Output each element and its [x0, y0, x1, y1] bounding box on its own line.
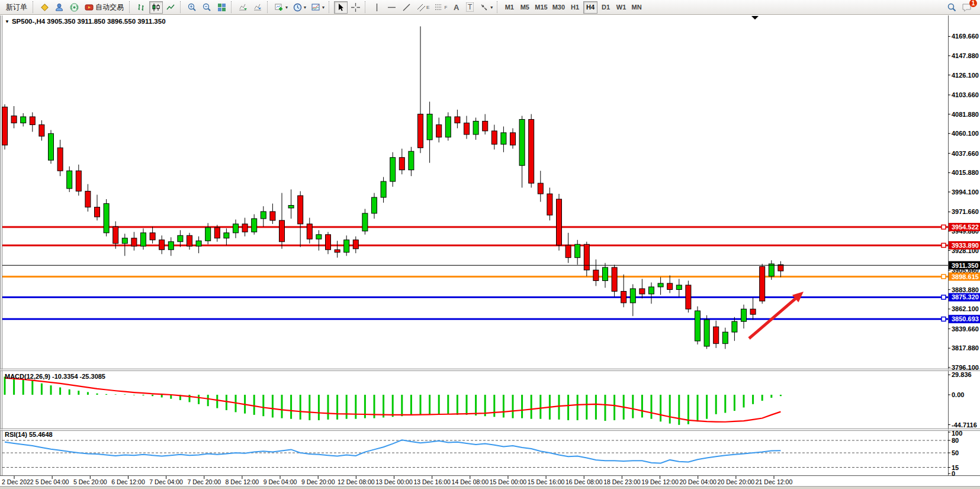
toolbar-separator	[129, 1, 132, 13]
vertical-line-icon	[372, 2, 382, 12]
crosshair-tool-button[interactable]	[349, 1, 362, 14]
toolbar-separator	[497, 1, 500, 13]
svg-text:3994.100: 3994.100	[952, 188, 979, 196]
svg-text:8 Dec 12:00: 8 Dec 12:00	[226, 478, 259, 485]
svg-text:15 Dec 16:00: 15 Dec 16:00	[528, 478, 565, 485]
svg-text:7 Dec 20:00: 7 Dec 20:00	[187, 478, 221, 485]
toolbar-separator	[231, 1, 234, 13]
svg-text:3875.320: 3875.320	[952, 293, 979, 301]
timeframe-button-M30[interactable]: M30	[551, 1, 567, 14]
chart-window-title[interactable]: ▼SP500-,H4 3905.350 3911.850 3896.550 39…	[5, 18, 166, 25]
svg-text:0: 0	[952, 470, 955, 477]
svg-text:3850.693: 3850.693	[952, 315, 979, 322]
signals-button[interactable]	[68, 1, 81, 14]
svg-text:13 Dec 00:00: 13 Dec 00:00	[375, 478, 413, 485]
candlestick-chart-button[interactable]	[149, 1, 163, 14]
toolbar-separator	[365, 1, 368, 13]
toolbar-separator	[329, 1, 332, 13]
channel-icon	[416, 2, 426, 12]
trendline-tool[interactable]	[400, 1, 413, 14]
svg-text:5 Dec 04:00: 5 Dec 04:00	[36, 478, 69, 485]
chart-title-text: SP500-,H4 3905.350 3911.850 3896.550 391…	[12, 18, 166, 25]
svg-text:0.00: 0.00	[952, 391, 964, 398]
timeframe-button-H4[interactable]: H4	[583, 1, 597, 14]
horizontal-line-icon	[387, 2, 397, 12]
svg-text:50: 50	[952, 449, 959, 456]
svg-text:4081.880: 4081.880	[952, 111, 979, 118]
arrows-icon	[479, 2, 489, 12]
text-label-tool[interactable]: T	[464, 1, 476, 14]
auto-scroll-icon	[238, 2, 248, 12]
auto-scroll-button[interactable]	[236, 1, 250, 14]
svg-text:3911.350: 3911.350	[952, 262, 978, 269]
vertical-line-tool[interactable]	[370, 1, 384, 14]
timeframe-button-MN[interactable]: MN	[629, 1, 644, 14]
timeframe-button-M1[interactable]: M1	[502, 1, 516, 14]
signal-icon	[69, 2, 79, 12]
svg-text:29.836: 29.836	[952, 371, 972, 378]
chevron-down-icon: ▾	[304, 5, 306, 10]
timeframe-button-M15[interactable]: M15	[533, 1, 549, 14]
search-icon	[947, 2, 957, 12]
cursor-icon	[336, 2, 346, 12]
chart-shift-button[interactable]	[251, 1, 265, 14]
notification-badge: 1	[969, 0, 977, 7]
candlestick-chart-icon	[151, 2, 161, 12]
chart-canvas[interactable]: 4169.6604147.8804126.1004103.6604081.880…	[0, 0, 980, 489]
svg-text:4103.660: 4103.660	[952, 91, 979, 98]
periods-button[interactable]: ▾	[291, 1, 308, 14]
svg-text:4169.660: 4169.660	[952, 33, 979, 40]
horizontal-line-tool[interactable]	[385, 1, 399, 14]
svg-text:3898.615: 3898.615	[952, 273, 979, 280]
channel-tool[interactable]: E	[415, 1, 431, 14]
svg-text:21 Dec 12:00: 21 Dec 12:00	[756, 478, 793, 485]
timeframe-toolbar: M1M5M15M30H1H4D1W1MN	[502, 1, 644, 14]
svg-text:3839.660: 3839.660	[952, 325, 979, 333]
zoom-out-button[interactable]	[200, 1, 214, 14]
new-order-button[interactable]: 新订单	[3, 1, 30, 14]
channel-sub-label: E	[426, 5, 429, 10]
svg-text:3796.100: 3796.100	[952, 364, 979, 371]
template-icon	[311, 2, 321, 12]
zoom-in-button[interactable]	[185, 1, 199, 14]
toolbar-separator	[267, 1, 270, 13]
svg-text:9 Dec 20:00: 9 Dec 20:00	[301, 478, 335, 485]
text-tool[interactable]: A	[450, 1, 462, 14]
svg-text:3883.880: 3883.880	[952, 286, 979, 293]
cursor-tool-button[interactable]	[334, 1, 348, 14]
timeframe-button-H1[interactable]: H1	[568, 1, 582, 14]
search-button[interactable]	[945, 1, 959, 14]
new-order-label: 新订单	[6, 2, 27, 12]
svg-text:2 Dec 2022: 2 Dec 2022	[2, 478, 34, 485]
svg-text:20 Dec 04:00: 20 Dec 04:00	[679, 478, 716, 485]
arrows-tool[interactable]: ▾	[477, 1, 494, 14]
chevron-down-icon: ▾	[322, 5, 324, 10]
templates-button[interactable]: ▾	[309, 1, 326, 14]
macd-indicator-label: MACD(12,26,9) -10.3354 -25.3085	[5, 373, 105, 380]
tile-windows-button[interactable]	[215, 1, 229, 14]
svg-text:3971.660: 3971.660	[952, 208, 979, 215]
svg-text:13 Dec 16:00: 13 Dec 16:00	[413, 478, 451, 485]
timeframe-button-M5[interactable]: M5	[518, 1, 532, 14]
text-label-icon: T	[466, 2, 474, 12]
fibonacci-tool[interactable]: F	[432, 1, 449, 14]
svg-text:100: 100	[952, 430, 962, 437]
market-watch-button[interactable]	[38, 1, 52, 14]
svg-text:6 Dec 12:00: 6 Dec 12:00	[111, 478, 145, 485]
svg-text:80: 80	[952, 437, 959, 444]
svg-text:3954.522: 3954.522	[952, 223, 979, 231]
bar-chart-button[interactable]	[134, 1, 148, 14]
line-chart-button[interactable]	[164, 1, 178, 14]
navigator-button[interactable]	[53, 1, 66, 14]
main-toolbar: 新订单 自动交易 ▾ ▾ ▾	[0, 0, 980, 15]
auto-trading-button[interactable]: 自动交易	[82, 1, 127, 14]
svg-text:14 Dec 08:00: 14 Dec 08:00	[452, 478, 489, 485]
notifications-button[interactable]: 1	[960, 1, 974, 14]
new-chart-button[interactable]: ▾	[272, 1, 290, 14]
timeframe-button-W1[interactable]: W1	[614, 1, 628, 14]
bar-chart-icon	[136, 2, 146, 12]
line-chart-icon	[166, 2, 176, 12]
svg-text:3933.890: 3933.890	[952, 242, 979, 249]
timeframe-button-D1[interactable]: D1	[599, 1, 613, 14]
diamond-icon	[40, 2, 50, 12]
